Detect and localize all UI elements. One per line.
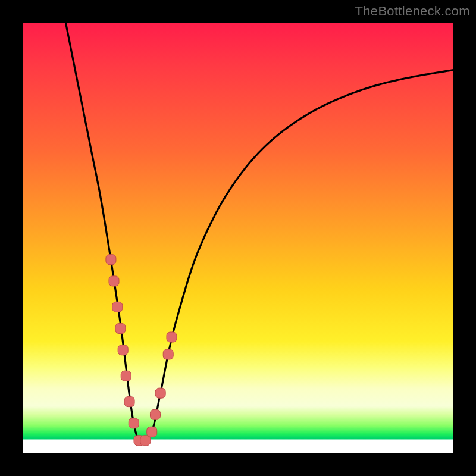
marker-point (121, 371, 131, 381)
marker-point (118, 345, 128, 355)
marker-point (150, 409, 160, 419)
marker-point (112, 302, 123, 312)
chart-frame: TheBottleneck.com (0, 0, 476, 476)
sample-markers (106, 255, 177, 446)
marker-point (115, 324, 126, 334)
marker-point (167, 332, 177, 342)
marker-point (155, 388, 165, 398)
marker-point (129, 418, 139, 428)
watermark-text: TheBottleneck.com (355, 4, 470, 19)
marker-point (124, 397, 134, 407)
chart-svg (23, 23, 453, 453)
plot-area (23, 23, 453, 453)
marker-point (109, 276, 119, 286)
marker-point (106, 255, 116, 265)
marker-point (163, 349, 173, 359)
marker-point (147, 427, 157, 437)
